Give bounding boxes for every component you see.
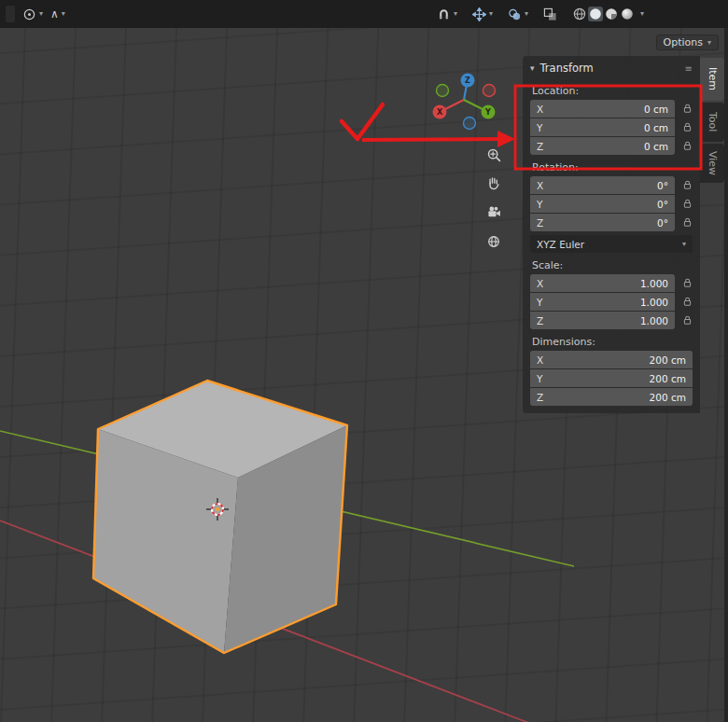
axis-label: X xyxy=(537,354,543,366)
location-x-row: X 0 cm xyxy=(530,100,693,118)
tab-item[interactable]: Item xyxy=(700,58,724,101)
chevron-down-icon: ▾ xyxy=(525,10,528,18)
scale-y-field[interactable]: Y 1.000 xyxy=(530,293,675,311)
xray-toggle[interactable] xyxy=(539,6,561,23)
rotation-z-field[interactable]: Z 0° xyxy=(530,214,675,231)
proportional-falloff-dropdown[interactable]: ∧ ▾ xyxy=(47,7,69,21)
location-x-field[interactable]: X 0 cm xyxy=(530,100,675,118)
chevron-down-icon: ▾ xyxy=(707,39,711,47)
dimensions-z-row: Z 200 cm xyxy=(530,388,693,406)
axis-label: Y xyxy=(537,122,542,133)
scale-x-field[interactable]: X 1.000 xyxy=(530,274,675,292)
tab-tool[interactable]: Tool xyxy=(700,103,724,142)
gizmo-neg-y-ball[interactable] xyxy=(437,85,449,97)
overlays-icon xyxy=(508,7,522,21)
location-z-row: Z 0 cm xyxy=(530,137,693,155)
field-value: 0° xyxy=(657,199,668,210)
rotation-z-lock[interactable] xyxy=(675,217,693,228)
header-right-tools: ▾ ▾ ▾ xyxy=(433,5,722,23)
gizmos-dropdown[interactable]: ▾ xyxy=(469,6,497,23)
chevron-down-icon: ▾ xyxy=(62,10,65,18)
location-x-lock[interactable] xyxy=(675,104,693,114)
field-value: 0° xyxy=(657,180,668,191)
region-edge[interactable] xyxy=(724,28,728,722)
lock-open-icon xyxy=(682,122,693,132)
scale-label: Scale: xyxy=(532,259,693,271)
options-button[interactable]: Options ▾ xyxy=(656,35,719,50)
panel-menu-icon[interactable]: ≡ xyxy=(685,63,693,74)
location-z-field[interactable]: Z 0 cm xyxy=(530,137,675,155)
lock-open-icon xyxy=(682,297,693,307)
dimensions-y-field[interactable]: Y 200 cm xyxy=(530,369,693,387)
dimensions-label: Dimensions: xyxy=(532,336,693,348)
scale-y-lock[interactable] xyxy=(675,297,693,307)
scale-y-row: Y 1.000 xyxy=(530,293,693,311)
axis-label: X xyxy=(537,180,543,191)
rotation-x-field[interactable]: X 0° xyxy=(530,176,675,194)
navigation-gizmo[interactable]: Z X Y xyxy=(425,65,509,135)
lock-open-icon xyxy=(682,180,693,190)
field-value: 0° xyxy=(657,217,668,229)
transform-panel-header[interactable]: ▾ Transform ≡ xyxy=(523,56,700,78)
axis-label: Z xyxy=(537,141,543,152)
zoom-button[interactable] xyxy=(481,142,507,168)
shading-modes-icon xyxy=(572,7,637,21)
viewport-header: ▾ ∧ ▾ ▾ ▾ xyxy=(0,0,728,28)
axis-label: X xyxy=(537,278,543,289)
lock-open-icon xyxy=(682,141,693,151)
rotation-mode-select[interactable]: XYZ Euler ▾ xyxy=(530,235,693,253)
lock-open-icon xyxy=(682,278,693,288)
options-label: Options xyxy=(664,36,703,49)
scale-x-lock[interactable] xyxy=(675,278,693,288)
axis-label: X xyxy=(537,104,543,115)
location-label: Location: xyxy=(532,85,693,97)
gizmo-neg-z-ball[interactable] xyxy=(464,118,476,130)
axis-label: Y xyxy=(537,297,542,308)
location-y-field[interactable]: Y 0 cm xyxy=(530,118,675,136)
gizmos-icon xyxy=(472,7,486,21)
magnet-icon xyxy=(437,7,451,21)
axis-label: Y xyxy=(537,373,542,384)
pan-button[interactable] xyxy=(481,171,507,197)
field-value: 200 cm xyxy=(650,373,686,384)
zoom-icon xyxy=(483,144,505,166)
rotation-y-field[interactable]: Y 0° xyxy=(530,195,675,213)
field-value: 200 cm xyxy=(650,354,686,366)
collapse-chevron-icon: ▾ xyxy=(530,64,535,73)
lock-open-icon xyxy=(682,104,693,114)
rotation-mode-value: XYZ Euler xyxy=(537,239,584,250)
location-z-lock[interactable] xyxy=(675,141,693,151)
grid-sphere-icon xyxy=(483,230,505,253)
tab-view[interactable]: View xyxy=(700,144,724,183)
scale-z-field[interactable]: Z 1.000 xyxy=(530,312,675,329)
chevron-down-icon: ▾ xyxy=(39,10,43,18)
rotation-x-lock[interactable] xyxy=(675,180,693,190)
axis-label: Z xyxy=(537,392,543,403)
shading-rendered-icon xyxy=(622,8,633,20)
shading-solid-icon xyxy=(590,8,601,20)
axis-label: Y xyxy=(537,199,542,210)
camera-view-button[interactable] xyxy=(481,200,507,226)
lock-open-icon xyxy=(682,315,693,326)
hand-icon xyxy=(483,173,505,195)
dimensions-x-field[interactable]: X 200 cm xyxy=(530,351,693,368)
field-value: 1.000 xyxy=(640,297,668,308)
snapping-dropdown[interactable]: ▾ xyxy=(433,6,461,23)
viewport-nav-tools xyxy=(481,142,507,255)
shading-mode-group[interactable]: ▾ xyxy=(568,5,648,23)
location-y-lock[interactable] xyxy=(675,122,693,132)
lock-open-icon xyxy=(682,217,693,228)
gizmo-neg-x-ball[interactable] xyxy=(483,85,496,97)
proportional-editing-toggle[interactable]: ▾ xyxy=(19,6,47,23)
rotation-y-lock[interactable] xyxy=(675,199,693,209)
scale-z-lock[interactable] xyxy=(675,315,693,326)
lock-open-icon xyxy=(682,199,693,209)
dimensions-z-field[interactable]: Z 200 cm xyxy=(530,388,693,406)
overlays-dropdown[interactable]: ▾ xyxy=(504,6,532,23)
field-value: 200 cm xyxy=(650,392,686,403)
field-value: 1.000 xyxy=(640,278,668,289)
gizmo-y-label: Y xyxy=(484,108,491,117)
3d-viewport[interactable]: Z X Y xyxy=(0,28,728,722)
perspective-toggle-button[interactable] xyxy=(481,229,507,255)
axis-label: Z xyxy=(537,315,543,326)
